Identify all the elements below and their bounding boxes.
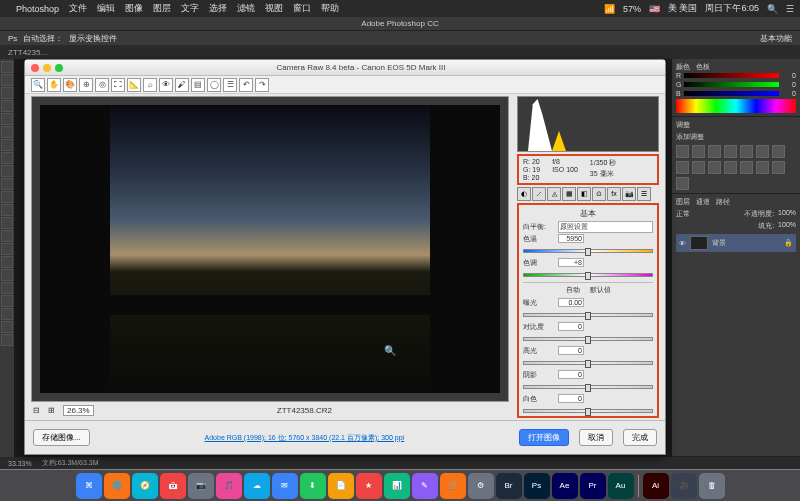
dock-item[interactable]: Ai bbox=[643, 473, 669, 499]
slider-白色[interactable] bbox=[523, 409, 653, 413]
adj-bw-icon[interactable] bbox=[772, 145, 785, 158]
dodge-tool[interactable] bbox=[1, 230, 13, 242]
path-tool[interactable] bbox=[1, 269, 13, 281]
status-zoom[interactable]: 33.33% bbox=[8, 460, 32, 467]
dock-item[interactable]: 🎥 bbox=[671, 473, 697, 499]
default-link[interactable]: 默认值 bbox=[590, 285, 611, 295]
dock-item[interactable]: 🌐 bbox=[104, 473, 130, 499]
adj-levels-icon[interactable] bbox=[692, 145, 705, 158]
tab-presets[interactable]: ☰ bbox=[637, 187, 651, 201]
slider-value[interactable]: 0 bbox=[558, 394, 584, 403]
acr-crop-tool[interactable]: ⛶ bbox=[111, 78, 125, 92]
slider-阴影[interactable] bbox=[523, 385, 653, 389]
acr-rotate-cw-tool[interactable]: ↷ bbox=[255, 78, 269, 92]
quick-mask[interactable] bbox=[1, 334, 13, 346]
menu-type[interactable]: 文字 bbox=[181, 2, 199, 15]
document-tab[interactable]: ZTT4235... bbox=[8, 48, 47, 57]
slider-value[interactable]: 0 bbox=[558, 346, 584, 355]
b-slider[interactable] bbox=[684, 91, 779, 96]
dock-item[interactable]: 📊 bbox=[384, 473, 410, 499]
wand-tool[interactable] bbox=[1, 100, 13, 112]
adj-lookup-icon[interactable] bbox=[708, 161, 721, 174]
zoom-select[interactable]: 26.3% bbox=[63, 405, 94, 416]
save-image-button[interactable]: 存储图像... bbox=[33, 429, 90, 446]
dock-item[interactable]: ⚙ bbox=[468, 473, 494, 499]
tab-split[interactable]: ◧ bbox=[577, 187, 591, 201]
acr-radial-filter-tool[interactable]: ◯ bbox=[207, 78, 221, 92]
dock-item[interactable]: Br bbox=[496, 473, 522, 499]
type-tool[interactable] bbox=[1, 256, 13, 268]
lasso-tool[interactable] bbox=[1, 87, 13, 99]
g-slider[interactable] bbox=[684, 82, 779, 87]
dock-item[interactable]: 📷 bbox=[188, 473, 214, 499]
crop-tool[interactable] bbox=[1, 113, 13, 125]
pen-tool[interactable] bbox=[1, 243, 13, 255]
layer-thumbnail[interactable] bbox=[690, 236, 708, 250]
blend-mode[interactable]: 正常 bbox=[676, 209, 690, 219]
dock-item[interactable]: ✉ bbox=[272, 473, 298, 499]
acr-wb-tool[interactable]: 🎨 bbox=[63, 78, 77, 92]
eye-icon[interactable]: 👁 bbox=[679, 240, 686, 247]
tab-color[interactable]: 颜色 bbox=[676, 62, 690, 72]
wifi-icon[interactable]: 📶 bbox=[604, 4, 615, 14]
menu-icon[interactable]: ☰ bbox=[786, 4, 794, 14]
history-brush-tool[interactable] bbox=[1, 178, 13, 190]
minimize-icon[interactable] bbox=[43, 64, 51, 72]
dock-item[interactable]: 🧭 bbox=[132, 473, 158, 499]
healing-tool[interactable] bbox=[1, 139, 13, 151]
acr-prefs-tool[interactable]: ☰ bbox=[223, 78, 237, 92]
flag-icon[interactable]: 🇺🇸 bbox=[649, 4, 660, 14]
workspace-tab[interactable]: 基本功能 bbox=[760, 33, 792, 44]
adj-gradient-map-icon[interactable] bbox=[772, 161, 785, 174]
dock-item[interactable]: ⬇ bbox=[300, 473, 326, 499]
dock-item[interactable]: Ae bbox=[552, 473, 578, 499]
dock-item[interactable]: ⌘ bbox=[76, 473, 102, 499]
acr-preview[interactable]: 🔍 bbox=[31, 96, 509, 402]
tab-lens[interactable]: ⊙ bbox=[592, 187, 606, 201]
tint-value[interactable]: +8 bbox=[558, 258, 584, 267]
zoom-in-icon[interactable]: ⊞ bbox=[48, 406, 55, 415]
menu-layer[interactable]: 图层 bbox=[153, 2, 171, 15]
adj-exposure-icon[interactable] bbox=[724, 145, 737, 158]
dock-item[interactable]: Pr bbox=[580, 473, 606, 499]
menu-filter[interactable]: 滤镜 bbox=[237, 2, 255, 15]
tab-fx[interactable]: fx bbox=[607, 187, 621, 201]
dock-item[interactable]: 🎵 bbox=[216, 473, 242, 499]
move-tool[interactable] bbox=[1, 61, 13, 73]
eyedropper-tool[interactable] bbox=[1, 126, 13, 138]
tab-swatches[interactable]: 色板 bbox=[696, 62, 710, 72]
menu-file[interactable]: 文件 bbox=[69, 2, 87, 15]
stamp-tool[interactable] bbox=[1, 165, 13, 177]
menu-select[interactable]: 选择 bbox=[209, 2, 227, 15]
tab-basic[interactable]: ◐ bbox=[517, 187, 531, 201]
tab-channels[interactable]: 通道 bbox=[696, 197, 710, 207]
ps-logo-icon[interactable]: Ps bbox=[8, 34, 17, 43]
done-button[interactable]: 完成 bbox=[623, 429, 657, 446]
slider-曝光[interactable] bbox=[523, 313, 653, 317]
layer-row[interactable]: 👁 背景 🔒 bbox=[676, 234, 796, 252]
tab-curve[interactable]: ⟋ bbox=[532, 187, 546, 201]
close-icon[interactable] bbox=[31, 64, 39, 72]
gradient-tool[interactable] bbox=[1, 204, 13, 216]
slider-value[interactable]: 0 bbox=[558, 322, 584, 331]
app-name[interactable]: Photoshop bbox=[16, 4, 59, 14]
tint-slider[interactable] bbox=[523, 273, 653, 277]
zoom-tool[interactable] bbox=[1, 308, 13, 320]
status-doc[interactable]: 文档:63.3M/63.3M bbox=[42, 458, 99, 468]
adj-brightness-icon[interactable] bbox=[676, 145, 689, 158]
tab-layers[interactable]: 图层 bbox=[676, 197, 690, 207]
acr-color-sampler-tool[interactable]: ⊕ bbox=[79, 78, 93, 92]
adj-curves-icon[interactable] bbox=[708, 145, 721, 158]
search-icon[interactable]: 🔍 bbox=[767, 4, 778, 14]
tab-detail[interactable]: ◬ bbox=[547, 187, 561, 201]
wb-select[interactable]: 原照设置 bbox=[558, 221, 653, 233]
dock-item[interactable]: 📄 bbox=[328, 473, 354, 499]
menu-help[interactable]: 帮助 bbox=[321, 2, 339, 15]
fill-value[interactable]: 100% bbox=[778, 221, 796, 231]
dock-item[interactable]: 📅 bbox=[160, 473, 186, 499]
menu-window[interactable]: 窗口 bbox=[293, 2, 311, 15]
auto-link[interactable]: 自动 bbox=[566, 285, 580, 295]
adj-posterize-icon[interactable] bbox=[740, 161, 753, 174]
dock-item[interactable]: ✎ bbox=[412, 473, 438, 499]
tab-adjustments[interactable]: 调整 bbox=[676, 121, 690, 128]
